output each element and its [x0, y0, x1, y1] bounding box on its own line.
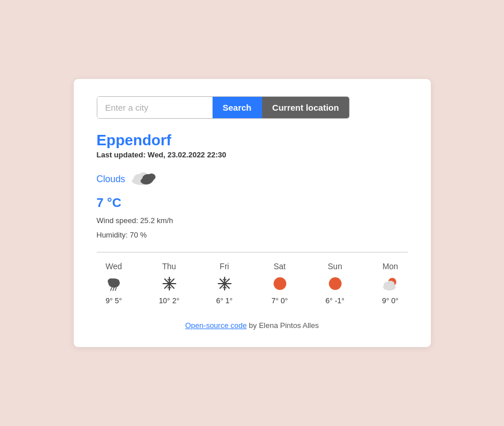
forecast-icon-sun-sun	[328, 274, 343, 293]
current-location-button[interactable]: Current location	[262, 97, 350, 118]
svg-line-11	[115, 288, 116, 291]
forecast-icon-part-cloud-mon	[382, 274, 399, 293]
svg-line-10	[113, 288, 114, 291]
forecast-temp-thu: 10° 2°	[159, 296, 180, 305]
forecast-icon-sun-sat	[272, 274, 287, 293]
forecast-temp-sat: 7° 0°	[271, 296, 287, 305]
svg-point-31	[329, 277, 342, 290]
last-updated-prefix: Last updated:	[97, 150, 146, 159]
humidity: Humidity: 70 %	[97, 229, 408, 242]
forecast-temp-fri: 6° 1°	[216, 296, 232, 305]
forecast-day-label: Mon	[382, 262, 398, 271]
svg-point-35	[386, 281, 395, 288]
svg-point-5	[141, 178, 152, 184]
search-button[interactable]: Search	[213, 97, 262, 118]
temperature: 7 °C	[97, 195, 408, 210]
weather-card: Search Open-source code Current location…	[74, 79, 431, 347]
search-bar: Search Open-source code Current location	[97, 96, 350, 119]
forecast-icon-snow2	[217, 274, 232, 293]
last-updated: Last updated: Wed, 23.02.2022 22:30	[97, 150, 408, 159]
forecast-day-label: Sun	[328, 262, 342, 271]
svg-point-25	[223, 282, 226, 285]
svg-point-30	[274, 277, 286, 290]
forecast-day-sat: Sat 7° 0°	[263, 262, 297, 305]
forecast-day-fri: Fri 6° 1°	[207, 262, 242, 305]
forecast-day-mon: Mon 9° 0°	[373, 262, 408, 305]
svg-point-16	[168, 282, 170, 285]
weather-condition-row: Clouds	[97, 168, 408, 190]
city-search-input[interactable]	[97, 97, 213, 118]
forecast-icon-rain	[107, 274, 122, 293]
forecast-temp-wed: 9° 5°	[105, 296, 122, 305]
forecast-day-sun: Sun 6° -1°	[318, 262, 353, 305]
forecast-day-wed: Wed 9° 5°	[97, 262, 131, 305]
forecast-day-label: Fri	[219, 262, 229, 271]
forecast-temp-mon: 9° 0°	[382, 296, 398, 305]
forecast-day-label: Wed	[105, 262, 122, 271]
city-name: Eppendorf	[97, 131, 408, 149]
clouds-icon	[131, 168, 157, 190]
wind-speed: Wind speed: 25.2 km/h	[97, 215, 408, 227]
svg-line-9	[111, 288, 112, 291]
divider	[97, 252, 408, 252]
svg-point-8	[113, 279, 119, 284]
condition-label: Clouds	[97, 174, 126, 184]
last-updated-value: Wed, 23.02.2022 22:30	[147, 150, 226, 159]
forecast-day-thu: Thu 10° 2°	[152, 262, 187, 305]
forecast-temp-sun: 6° -1°	[325, 296, 344, 305]
forecast-day-label: Sat	[274, 262, 286, 271]
footer: Open-source code by Elena Pintos Alles	[97, 321, 408, 330]
forecast-day-label: Thu	[162, 262, 176, 271]
open-source-link[interactable]: Open-source code	[185, 321, 247, 330]
forecast-icon-snow	[162, 274, 177, 293]
forecast-row: Wed 9° 5° Thu	[97, 262, 408, 305]
footer-suffix: by Elena Pintos Alles	[247, 321, 319, 330]
